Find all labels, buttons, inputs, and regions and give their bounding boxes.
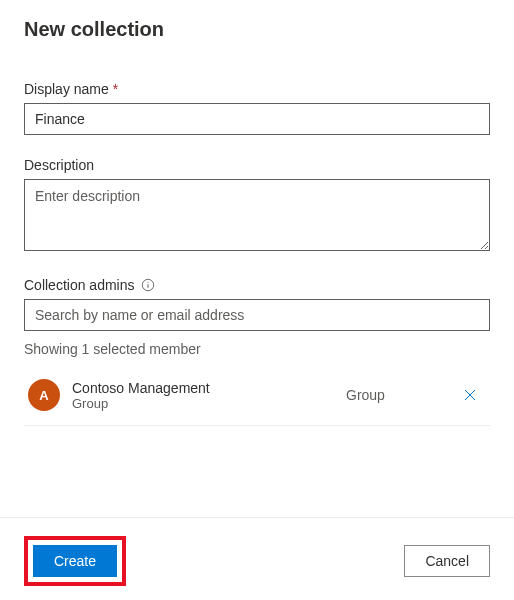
create-button-highlight: Create xyxy=(24,536,126,586)
footer: Create Cancel xyxy=(0,517,514,586)
new-collection-panel: New collection Display name * Descriptio… xyxy=(0,0,514,426)
member-count-status: Showing 1 selected member xyxy=(24,341,490,357)
collection-admins-field: Collection admins Showing 1 selected mem… xyxy=(24,277,490,426)
svg-point-2 xyxy=(147,282,148,283)
member-info: Contoso Management Group xyxy=(72,380,346,411)
description-label: Description xyxy=(24,157,490,173)
display-name-label-text: Display name xyxy=(24,81,109,97)
create-button[interactable]: Create xyxy=(33,545,117,577)
description-input[interactable] xyxy=(24,179,490,251)
display-name-label: Display name * xyxy=(24,81,490,97)
collection-admins-label: Collection admins xyxy=(24,277,490,293)
required-indicator: * xyxy=(113,81,118,97)
cancel-button[interactable]: Cancel xyxy=(404,545,490,577)
remove-member-button[interactable] xyxy=(456,381,484,409)
page-title: New collection xyxy=(24,18,490,41)
member-name: Contoso Management xyxy=(72,380,346,396)
member-row: A Contoso Management Group Group xyxy=(24,371,490,426)
close-icon xyxy=(462,387,478,403)
member-type: Group xyxy=(346,387,456,403)
description-field: Description xyxy=(24,157,490,255)
collection-admins-label-text: Collection admins xyxy=(24,277,135,293)
member-avatar: A xyxy=(28,379,60,411)
display-name-field: Display name * xyxy=(24,81,490,135)
info-icon[interactable] xyxy=(141,278,155,292)
display-name-input[interactable] xyxy=(24,103,490,135)
collection-admins-search-input[interactable] xyxy=(24,299,490,331)
member-subtype: Group xyxy=(72,396,346,411)
